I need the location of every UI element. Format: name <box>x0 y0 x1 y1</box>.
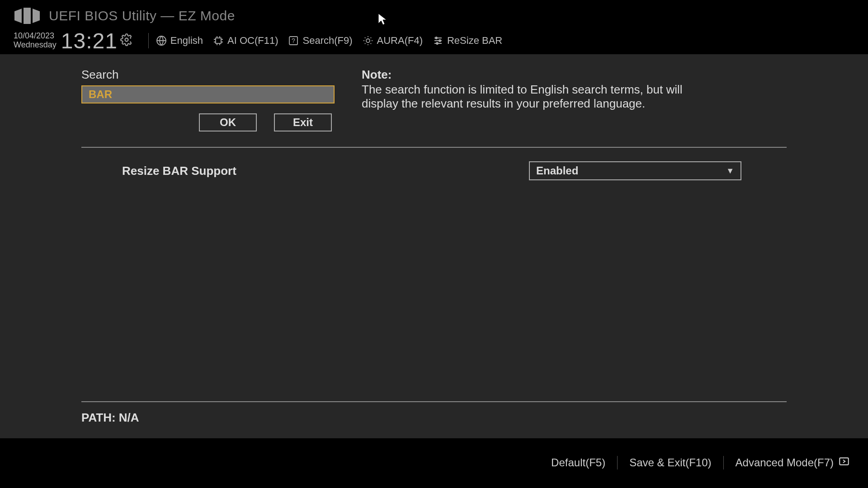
footer-separator <box>723 456 724 469</box>
aura-button[interactable]: AURA(F4) <box>363 35 423 47</box>
brand-logo-icon <box>14 7 41 25</box>
aioc-button[interactable]: AI OC(F11) <box>213 35 278 47</box>
svg-marker-1 <box>24 8 31 24</box>
default-button[interactable]: Default(F5) <box>551 456 605 469</box>
chevron-down-icon: ▼ <box>726 166 734 176</box>
header-bar: UEFI BIOS Utility — EZ Mode <box>0 0 868 27</box>
search-hotkey-button[interactable]: ? Search(F9) <box>288 35 352 47</box>
search-input[interactable] <box>81 85 335 103</box>
aioc-label: AI OC(F11) <box>227 35 278 47</box>
help-icon: ? <box>288 35 299 46</box>
svg-point-11 <box>436 42 438 44</box>
clock-time: 13:21 <box>61 28 118 53</box>
search-hotkey-label: Search(F9) <box>302 35 352 47</box>
save-exit-label: Save & Exit(F10) <box>629 456 711 469</box>
globe-icon <box>156 35 167 46</box>
svg-point-3 <box>125 38 128 42</box>
dropdown-value: Enabled <box>536 164 578 177</box>
chip-icon <box>213 35 224 46</box>
date-text: 10/04/2023 <box>14 32 57 41</box>
svg-marker-2 <box>33 9 40 23</box>
language-button[interactable]: English <box>156 35 203 47</box>
sliders-icon <box>433 35 443 46</box>
note-text: The search function is limited to Englis… <box>362 83 714 111</box>
enter-icon <box>838 455 850 470</box>
setting-label: Resize BAR Support <box>122 164 529 178</box>
content-area: Search OK Exit Note: The search function… <box>0 54 868 438</box>
svg-rect-5 <box>216 38 221 43</box>
status-bar: 10/04/2023 Wednesday 13:21 English AI OC… <box>0 27 868 54</box>
date-block: 10/04/2023 Wednesday <box>14 32 57 50</box>
separator <box>148 33 149 48</box>
advanced-mode-button[interactable]: Advanced Mode(F7) <box>736 455 850 470</box>
divider-bottom <box>81 401 787 402</box>
resizebar-button[interactable]: ReSize BAR <box>433 35 502 47</box>
svg-text:?: ? <box>292 37 296 44</box>
gear-icon[interactable] <box>120 33 133 48</box>
advanced-mode-label: Advanced Mode(F7) <box>736 456 834 469</box>
language-label: English <box>170 35 203 47</box>
path-label: PATH: N/A <box>81 411 139 425</box>
app-title: UEFI BIOS Utility — EZ Mode <box>49 8 235 23</box>
search-label: Search <box>81 68 335 82</box>
svg-point-8 <box>366 39 370 42</box>
setting-dropdown[interactable]: Enabled ▼ <box>529 161 741 180</box>
ok-button[interactable]: OK <box>199 113 257 131</box>
search-result-row[interactable]: Resize BAR Support Enabled ▼ <box>81 161 787 180</box>
footer-separator <box>617 456 618 469</box>
exit-button[interactable]: Exit <box>274 113 332 131</box>
svg-marker-0 <box>14 9 22 23</box>
svg-point-10 <box>439 40 441 42</box>
aura-label: AURA(F4) <box>377 35 423 47</box>
mouse-cursor-icon <box>377 13 388 28</box>
weekday-text: Wednesday <box>14 41 57 50</box>
note-title: Note: <box>362 68 787 82</box>
default-label: Default(F5) <box>551 456 605 469</box>
resizebar-label: ReSize BAR <box>447 35 502 47</box>
svg-rect-12 <box>840 458 849 465</box>
svg-marker-13 <box>378 14 387 25</box>
footer-bar: Default(F5) Save & Exit(F10) Advanced Mo… <box>551 455 850 470</box>
svg-point-9 <box>435 37 437 39</box>
sun-icon <box>363 35 373 46</box>
divider <box>81 147 787 148</box>
save-exit-button[interactable]: Save & Exit(F10) <box>629 456 711 469</box>
